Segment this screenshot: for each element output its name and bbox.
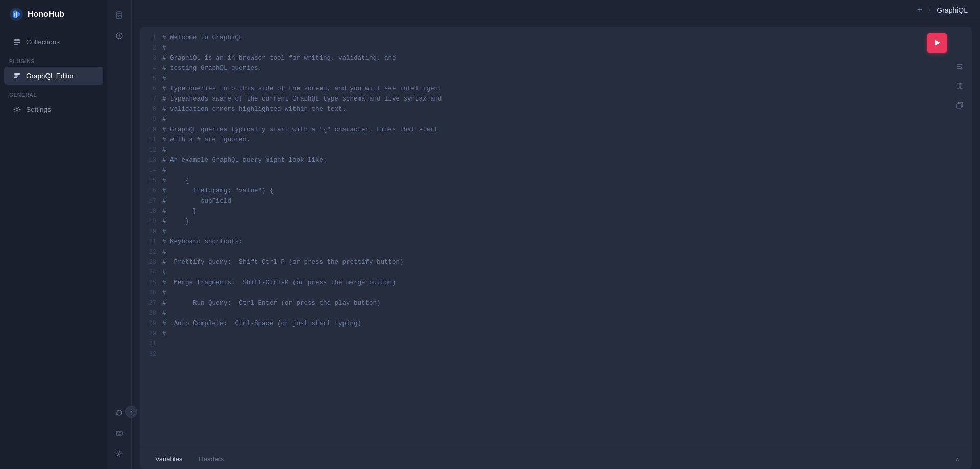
run-query-button[interactable] bbox=[927, 33, 947, 53]
code-line: 16# field(arg: "value") { bbox=[140, 186, 968, 196]
prettify-button[interactable] bbox=[951, 58, 968, 75]
expand-button[interactable] bbox=[951, 78, 968, 94]
line-content: # bbox=[162, 227, 166, 237]
line-content: # An example GraphQL query might look li… bbox=[162, 155, 327, 165]
top-bar-divider: / bbox=[928, 6, 930, 14]
line-number: 23 bbox=[140, 257, 162, 267]
main-area: + / GraphiQL bbox=[132, 0, 980, 469]
svg-rect-5 bbox=[14, 76, 18, 77]
sidebar-item-settings[interactable]: Settings bbox=[4, 101, 103, 118]
play-icon bbox=[933, 39, 941, 47]
line-number: 1 bbox=[140, 33, 162, 43]
line-number: 14 bbox=[140, 165, 162, 176]
line-content: # Keyboard shortcuts: bbox=[162, 237, 243, 247]
svg-rect-4 bbox=[14, 73, 20, 75]
line-number: 15 bbox=[140, 176, 162, 186]
line-number: 22 bbox=[140, 247, 162, 257]
editor-panel: 1# Welcome to GraphiQL2#3# GraphiQL is a… bbox=[140, 27, 972, 449]
line-content: # testing GraphQL queries. bbox=[162, 63, 262, 73]
line-number: 31 bbox=[140, 339, 162, 349]
sidebar-item-graphql-editor[interactable]: GraphQL Editor bbox=[4, 67, 103, 85]
keyboard-icon-strip[interactable] bbox=[110, 424, 129, 442]
code-line: 19# } bbox=[140, 216, 968, 227]
line-content: # with a # are ignored. bbox=[162, 135, 251, 145]
editor-wrapper: 1# Welcome to GraphiQL2#3# GraphiQL is a… bbox=[132, 20, 980, 449]
history-icon-strip[interactable] bbox=[110, 27, 129, 45]
line-number: 25 bbox=[140, 278, 162, 288]
sidebar-nav: Collections PLUGINS GraphQL Editor GENER… bbox=[0, 29, 107, 469]
svg-point-13 bbox=[120, 432, 121, 433]
code-line: 27# Run Query: Ctrl-Enter (or press the … bbox=[140, 298, 968, 308]
line-number: 7 bbox=[140, 94, 162, 104]
logo: HonoHub bbox=[0, 0, 107, 29]
add-tab-button[interactable]: + bbox=[917, 5, 923, 15]
svg-rect-10 bbox=[116, 431, 122, 435]
code-line: 20# bbox=[140, 227, 968, 237]
code-line: 11# with a # are ignored. bbox=[140, 135, 968, 145]
code-line: 12# bbox=[140, 145, 968, 155]
line-content: # { bbox=[162, 176, 189, 186]
tab-variables[interactable]: Variables bbox=[148, 451, 189, 467]
line-content: # Type queries into this side of the scr… bbox=[162, 84, 442, 94]
code-line: 28# bbox=[140, 308, 968, 318]
collections-icon bbox=[13, 38, 21, 46]
tab-headers[interactable]: Headers bbox=[191, 451, 231, 467]
svg-point-11 bbox=[117, 432, 118, 433]
line-number: 11 bbox=[140, 135, 162, 145]
tab-title: GraphiQL bbox=[937, 6, 968, 14]
line-number: 26 bbox=[140, 288, 162, 298]
line-content: # bbox=[162, 308, 166, 318]
code-line: 3# GraphiQL is an in-browser tool for wr… bbox=[140, 53, 968, 63]
bottom-collapse-button[interactable]: ∧ bbox=[951, 454, 964, 465]
code-editor[interactable]: 1# Welcome to GraphiQL2#3# GraphiQL is a… bbox=[140, 27, 972, 449]
collections-label: Collections bbox=[26, 38, 60, 46]
code-line: 10# GraphQL queries typically start with… bbox=[140, 125, 968, 135]
code-line: 18# } bbox=[140, 206, 968, 216]
code-line: 8# validation errors highlighted within … bbox=[140, 104, 968, 114]
line-content: # bbox=[162, 247, 166, 257]
settings-icon-strip[interactable] bbox=[110, 445, 129, 463]
line-content: # validation errors highlighted within t… bbox=[162, 104, 346, 114]
collapse-sidebar-button[interactable]: ‹ bbox=[125, 406, 137, 418]
line-content: # subField bbox=[162, 196, 231, 206]
code-line: 1# Welcome to GraphiQL bbox=[140, 33, 968, 43]
line-number: 9 bbox=[140, 114, 162, 125]
top-bar: + / GraphiQL bbox=[132, 0, 980, 20]
code-line: 4# testing GraphQL queries. bbox=[140, 63, 968, 73]
code-line: 17# subField bbox=[140, 196, 968, 206]
line-number: 24 bbox=[140, 267, 162, 278]
svg-rect-14 bbox=[118, 434, 121, 435]
line-number: 5 bbox=[140, 73, 162, 84]
line-content: # GraphiQL is an in-browser tool for wri… bbox=[162, 53, 396, 63]
line-number: 10 bbox=[140, 125, 162, 135]
line-content: # bbox=[162, 145, 166, 155]
line-content: # bbox=[162, 114, 166, 125]
settings-label: Settings bbox=[26, 106, 51, 113]
svg-rect-6 bbox=[14, 77, 17, 78]
copy-button[interactable] bbox=[951, 97, 968, 113]
file-icon-strip[interactable] bbox=[110, 6, 129, 24]
logo-icon bbox=[9, 7, 23, 21]
code-line: 13# An example GraphQL query might look … bbox=[140, 155, 968, 165]
logo-text: HonoHub bbox=[28, 10, 64, 19]
editor-toolbar bbox=[951, 31, 968, 113]
sidebar-item-collections[interactable]: Collections bbox=[4, 33, 103, 51]
line-content: # field(arg: "value") { bbox=[162, 186, 274, 196]
plugins-section-label: PLUGINS bbox=[0, 52, 107, 66]
code-line: 14# bbox=[140, 165, 968, 176]
svg-rect-2 bbox=[14, 42, 20, 43]
svg-rect-3 bbox=[14, 44, 18, 45]
line-number: 19 bbox=[140, 216, 162, 227]
svg-point-15 bbox=[118, 453, 120, 455]
svg-rect-1 bbox=[14, 39, 20, 41]
icon-strip: ‹ bbox=[107, 0, 132, 469]
line-number: 20 bbox=[140, 227, 162, 237]
code-line: 26# bbox=[140, 288, 968, 298]
code-line: 22# bbox=[140, 247, 968, 257]
general-section-label: GENERAL bbox=[0, 85, 107, 100]
bottom-tabs: Variables Headers ∧ bbox=[140, 449, 972, 469]
line-content: # bbox=[162, 165, 166, 176]
svg-point-12 bbox=[119, 432, 120, 433]
line-content: # bbox=[162, 267, 166, 278]
line-number: 30 bbox=[140, 329, 162, 339]
